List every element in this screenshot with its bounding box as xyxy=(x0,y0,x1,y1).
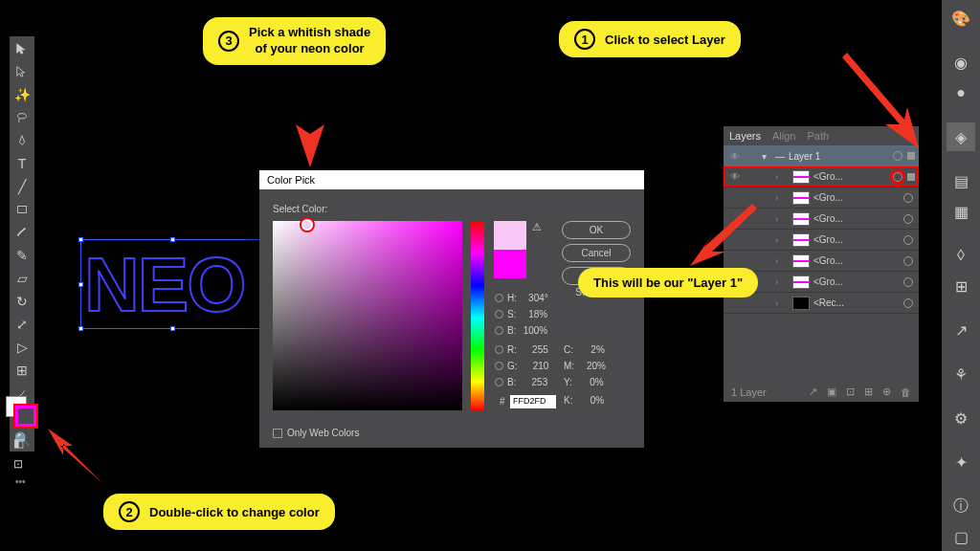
arrow-4 xyxy=(685,199,762,276)
h-radio[interactable] xyxy=(495,294,503,302)
ok-button[interactable]: OK xyxy=(562,221,631,239)
symbols-icon[interactable]: ↗ xyxy=(947,316,975,344)
layers-tab[interactable]: Layers xyxy=(729,130,761,142)
path-tab[interactable]: Path xyxy=(808,130,830,142)
free-transform-tool[interactable]: ⊞ xyxy=(11,360,33,381)
eraser-tool[interactable]: ▱ xyxy=(11,268,33,289)
b2-radio[interactable] xyxy=(495,378,503,386)
brush-tool[interactable] xyxy=(11,222,33,243)
delete-icon[interactable]: 🗑 xyxy=(901,386,911,398)
screen-mode-icon[interactable]: ⊡ xyxy=(13,457,23,471)
width-tool[interactable]: ▷ xyxy=(11,337,33,358)
selection-bounds xyxy=(80,239,264,329)
selection-tool[interactable] xyxy=(11,38,33,59)
artboard-icon[interactable]: ▢ xyxy=(947,522,975,551)
color-ring[interactable] xyxy=(301,219,313,231)
callout-1: 1 Click to select Layer xyxy=(559,21,741,57)
target-icon[interactable] xyxy=(903,235,913,245)
rect-tool[interactable] xyxy=(11,199,33,220)
color-field[interactable] xyxy=(273,221,462,410)
layers-footer: 1 Layer ↗ ▣ ⊡ ⊞ ⊕ 🗑 xyxy=(724,386,919,398)
stroke-swatch[interactable] xyxy=(15,406,36,427)
target-icon[interactable] xyxy=(903,298,913,308)
color-mode-icon[interactable]: ◧ xyxy=(13,436,24,450)
target-icon[interactable] xyxy=(903,277,913,287)
new-layer-icon[interactable]: ⊕ xyxy=(882,386,891,398)
arrow-3 xyxy=(281,57,339,172)
old-color-swatch xyxy=(494,250,526,278)
hue-slider[interactable] xyxy=(471,221,484,410)
target-icon[interactable] xyxy=(903,214,913,224)
collect-icon[interactable]: ▣ xyxy=(827,386,836,398)
effects-icon[interactable]: ✦ xyxy=(947,448,975,476)
s-radio[interactable] xyxy=(495,310,503,319)
rotate-tool[interactable]: ↻ xyxy=(11,291,33,312)
select-color-label: Select Color: xyxy=(273,204,327,214)
web-colors-checkbox[interactable]: Only Web Colors xyxy=(273,428,359,438)
left-toolbar: ✨ T ╱ ✎ ▱ ↻ ⤢ ▷ ⊞ ⟋ ▦ 🔍 xyxy=(10,36,34,452)
align-tab[interactable]: Align xyxy=(772,130,795,142)
wand-tool[interactable]: ✨ xyxy=(11,84,33,105)
graphic-styles-icon[interactable]: ⚘ xyxy=(947,360,975,388)
r-radio[interactable] xyxy=(495,345,503,354)
arrow-2 xyxy=(46,427,113,494)
info-icon[interactable]: ⓘ xyxy=(947,492,975,520)
swatches-icon[interactable]: ◉ xyxy=(947,48,975,77)
brushes-icon[interactable]: ● xyxy=(947,78,975,107)
pathfinder-icon[interactable]: ▦ xyxy=(947,197,975,226)
toolbar-more-icon[interactable]: ••• xyxy=(15,476,26,487)
b-radio[interactable] xyxy=(495,326,503,335)
transform-icon[interactable]: ⚙ xyxy=(947,404,975,432)
layers-icon[interactable]: ◈ xyxy=(947,122,975,151)
hex-input[interactable]: FFD2FD xyxy=(510,395,556,408)
callout-2: 2 Double-click to change color xyxy=(103,494,335,530)
align-icon[interactable]: ▤ xyxy=(947,166,975,195)
lasso-tool[interactable] xyxy=(11,107,33,128)
sublayer-icon[interactable]: ⊞ xyxy=(864,386,873,398)
direct-select-tool[interactable] xyxy=(11,61,33,82)
sel-indicator xyxy=(907,152,915,160)
type-tool[interactable]: T xyxy=(11,153,33,174)
dialog-title: Color Pick xyxy=(259,170,644,189)
color-picker-dialog: Color Pick Select Color: ⚠ OK Cancel Col… xyxy=(259,170,644,448)
new-color-swatch xyxy=(494,221,526,250)
scale-tool[interactable]: ⤢ xyxy=(11,314,33,335)
target-icon[interactable] xyxy=(903,256,913,266)
layer-row[interactable]: 👁›<Gro... xyxy=(724,166,919,187)
color-panel-icon[interactable]: 🎨 xyxy=(947,4,975,33)
cancel-button[interactable]: Cancel xyxy=(562,244,631,262)
pen-tool[interactable] xyxy=(11,130,33,151)
warning-icon: ⚠ xyxy=(532,221,542,233)
svg-rect-1 xyxy=(18,207,27,213)
visibility-icon[interactable]: 👁 xyxy=(727,151,743,162)
arrow-1 xyxy=(833,48,928,153)
g-radio[interactable] xyxy=(495,362,503,370)
line-tool[interactable]: ╱ xyxy=(11,176,33,197)
locate-icon[interactable]: ↗ xyxy=(809,386,817,398)
layer-row[interactable]: ›<Rec... xyxy=(724,293,919,314)
right-sidebar: 🎨 ◉ ● ◈ ▤ ▦ ◊ ⊞ ↗ ⚘ ⚙ ✦ ⓘ ▢ xyxy=(942,0,980,551)
stroke-panel-icon[interactable]: ◊ xyxy=(947,241,975,270)
target-icon[interactable] xyxy=(893,172,902,182)
fill-stroke-swatch[interactable] xyxy=(6,396,38,429)
svg-point-0 xyxy=(18,114,27,119)
mask-icon[interactable]: ⊡ xyxy=(846,386,855,398)
target-icon[interactable] xyxy=(903,193,913,203)
shaper-tool[interactable]: ✎ xyxy=(11,245,33,266)
appearance-icon[interactable]: ⊞ xyxy=(947,272,975,300)
